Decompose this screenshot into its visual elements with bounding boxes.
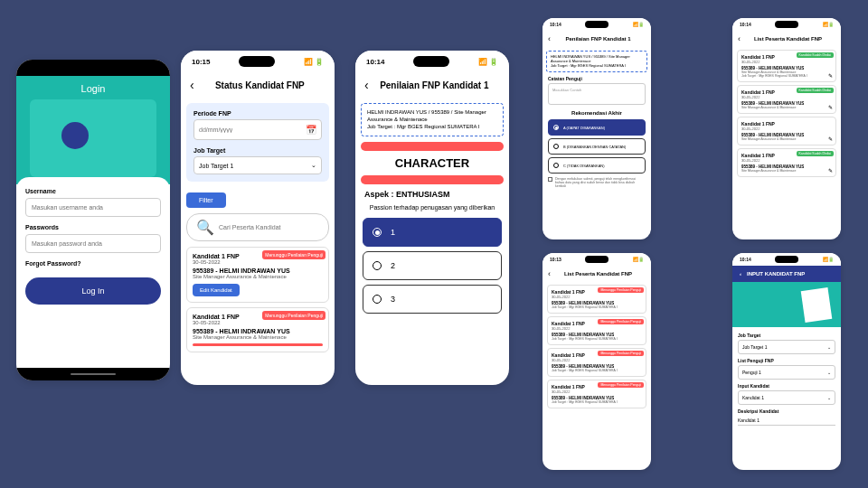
page-title: List Peserta Kandidat FNP [741,36,835,42]
notch [585,21,609,28]
kandidat-label: Input Kandidat [738,383,835,389]
status-badge: Kandidat Sudah Dinilai [797,151,834,156]
catatan-label: Catatan Penguji [548,76,646,81]
rating-option-1[interactable]: 1 [363,218,502,247]
filter-button[interactable]: Filter [186,192,226,208]
username-input[interactable] [25,198,161,217]
list-item[interactable]: Menunggu Penilaian Penguji Kandidat 1 FN… [547,348,646,377]
list-done-screen: 10:14 📶🔋 ‹ List Peserta Kandidat FNP Kan… [732,18,841,239]
info-line1: HELMI INDRAWAN YUS / 955389 / Site Manag… [367,109,497,124]
status-badge: Menunggu Penilaian Penguji [262,311,326,320]
list-item[interactable]: Menunggu Penilaian Penguji Kandidat 1 FN… [547,285,646,314]
kandidat-role: Site Manager Assurance & Maintenace [193,334,323,340]
kandidat-select[interactable]: Kandidat 1 ⌄ [738,390,835,405]
rating-option-2[interactable]: 2 [363,251,502,280]
notch [775,21,798,28]
jobtarget-select[interactable]: Job Target 1 ⌄ [193,156,322,174]
password-input[interactable] [25,234,161,253]
kandidat-card[interactable]: Menunggu Penilaian Penguji Kandidat 1 FN… [186,307,329,352]
penguji-select[interactable]: Penguji 1 ⌄ [738,365,835,380]
kandidat-role: Site Manager Assurance & Maintenace [193,274,323,279]
status-badge: Menunggu Penilaian Penguji [598,351,644,356]
jobtarget-select[interactable]: Job Target 1 ⌄ [738,340,835,354]
radio-icon [373,261,382,270]
edit-icon[interactable]: ✎ [828,72,833,79]
info-line2: Job Target : Mgr BGES Regional SUMATERA … [367,124,497,131]
edit-icon[interactable]: ✎ [828,167,833,174]
page-title: List Peserta Kandidat FNP [551,271,646,277]
rek-option-b[interactable]: B (DISARANKAN DENGAN CATATAN) [548,138,646,155]
character-title: CHARACTER [355,156,509,170]
rekomendasi-screen: 10:14 📶🔋 ‹ Penilaian FNP Kandidat 1 HELM… [542,18,651,239]
rekomendasi-title: Rekomendasi Akhir [542,110,651,116]
status-badge: Menunggu Penilaian Penguji [262,250,326,259]
list-item[interactable]: Kandidat Sudah Dinilai Kandidat 1 FNP 30… [737,50,836,82]
kandidat-date: 30-05-2022 [193,259,323,265]
edit-button[interactable]: Edit Kandidat [193,284,240,296]
clock: 10:14 [366,58,384,66]
jobtarget-label: Job Target [193,147,322,154]
list-item[interactable]: Kandidat Sudah Dinilai Kandidat 1 FNP 30… [737,148,836,177]
deskripsi-value[interactable]: Kandidat 1 [738,416,835,426]
screen-header: ‹ INPUT KANDIDAT FNP [732,266,841,282]
login-form: Username Passwords Forgot Password? Log … [16,177,170,315]
checkbox-icon[interactable] [548,177,552,182]
page-title: INPUT KANDIDAT FNP [747,271,805,277]
login-illustration [30,99,156,177]
status-badge: Kandidat Sudah Dinilai [797,52,834,58]
clock: 10:15 [192,58,210,66]
aspek-desc: Passion terhadap penugasan yang diberika… [364,204,500,211]
signal-icons: 📶🔋 [823,22,834,27]
screen-header: ‹ List Peserta Kandidat FNP [542,266,651,282]
back-icon[interactable]: ‹ [740,271,741,277]
bottom-blackbar [16,368,170,380]
screen-header: ‹ Penilaian FNP Kandidat 1 [542,31,651,47]
status-bar: 10:14 📶🔋 [732,253,841,266]
list-wait-screen: 10:13 📶🔋 ‹ List Peserta Kandidat FNP Men… [542,253,651,470]
screen-header: ‹ Status Kandidat FNP [181,72,335,98]
list-item[interactable]: Menunggu Penilaian Penguji Kandidat 1 FN… [547,380,646,408]
page-title: Penilaian FNP Kandidat 1 [551,36,646,42]
clock: 10:14 [550,22,561,27]
signal-icons: 📶 🔋 [478,58,498,66]
radio-icon [553,125,559,130]
notch [775,256,798,263]
rating-value: 3 [391,295,395,304]
clock: 10:14 [740,257,751,262]
list-item[interactable]: Menunggu Penilaian Penguji Kandidat 1 FN… [547,316,646,345]
page-title: Status Kandidat FNP [194,80,326,90]
rek-option-c[interactable]: C (TIDAK DISARANKAN) [548,157,646,174]
forgot-password-link[interactable]: Forgot Password? [25,260,161,267]
edit-icon[interactable]: ✎ [828,136,833,142]
rating-option-3[interactable]: 3 [363,285,502,314]
login-title: Login [81,83,106,94]
catatan-textarea[interactable]: Masukkan Contoh [548,83,646,105]
input-form: Job Target Job Target 1 ⌄ List Penguji F… [732,322,841,433]
chevron-down-icon: ⌄ [827,395,831,400]
radio-icon [553,144,559,149]
password-label: Passwords [25,224,161,230]
status-bar: 10:14 📶🔋 [732,18,841,31]
penguji-label: List Penguji FNP [738,358,835,363]
kandidat-card[interactable]: Menunggu Penilaian Penguji Kandidat 1 FN… [186,247,329,303]
signal-icons: 📶🔋 [633,257,644,262]
chevron-down-icon: ⌄ [827,344,831,350]
signal-icons: 📶 🔋 [304,58,324,66]
status-bar: 10:14 📶🔋 [542,18,651,31]
progress-indicator [361,142,504,151]
list-item[interactable]: Kandidat Sudah Dinilai Kandidat 1 FNP 30… [737,85,836,114]
edit-icon[interactable]: ✎ [828,104,833,110]
kandidat-info: HELMI INDRAWAN YUS / 955389 / Site Manag… [361,103,504,136]
login-screen: Login Username Passwords Forgot Password… [16,60,170,380]
date-field[interactable] [199,127,306,133]
confirm-note: Dengan melakukan submit, penguji telah m… [548,177,646,188]
periode-input[interactable]: 📅 [193,119,322,140]
list-item[interactable]: Kandidat 1 FNP 30-05-2022 955389 - HELMI… [737,117,836,145]
notch [413,56,449,67]
calendar-icon[interactable]: 📅 [306,125,316,135]
status-badge: Menunggu Penilaian Penguji [598,382,644,388]
rek-option-a[interactable]: A (DAPAT DISARANKAN) [548,119,646,136]
search-box[interactable]: 🔍 [186,213,329,241]
login-button[interactable]: Log In [25,277,161,305]
search-input[interactable] [219,224,319,230]
